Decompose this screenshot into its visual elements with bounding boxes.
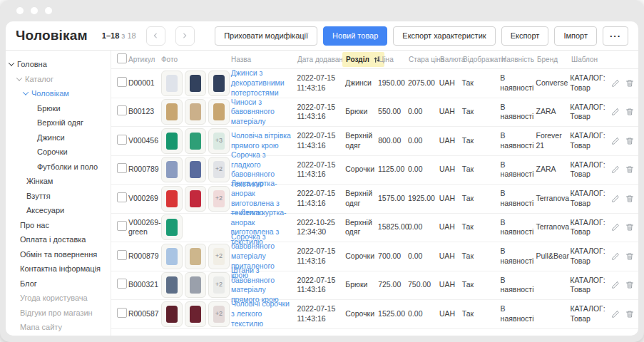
delete-button[interactable]: [625, 137, 634, 145]
hide-modifications-button[interactable]: Приховати модифікації: [215, 26, 317, 46]
product-photo[interactable]: [161, 128, 183, 154]
row-checkbox[interactable]: [117, 279, 127, 289]
sidebar-item-16[interactable]: Угода користувача: [6, 291, 111, 306]
column-header-date[interactable]: Дата додавання: [297, 55, 346, 64]
sidebar-item-12[interactable]: Оплата і доставка: [6, 232, 111, 247]
product-photo[interactable]: [161, 301, 183, 327]
edit-button[interactable]: [611, 281, 620, 289]
product-photo[interactable]: [185, 186, 206, 212]
column-header-avail[interactable]: Наявність: [501, 55, 537, 64]
sidebar-item-0[interactable]: Головна: [6, 57, 111, 72]
column-header-old[interactable]: Стара ціна: [409, 55, 440, 64]
edit-button[interactable]: [611, 79, 620, 88]
delete-button[interactable]: [625, 281, 634, 289]
sidebar-item-6[interactable]: Сорочки: [6, 145, 111, 160]
row-checkbox[interactable]: [117, 308, 127, 318]
edit-button[interactable]: [611, 108, 620, 116]
product-photo[interactable]: [161, 186, 183, 212]
sidebar-item-14[interactable]: Контактна інформація: [6, 261, 111, 276]
column-header-price[interactable]: Ціна: [379, 55, 409, 64]
product-photo[interactable]: [185, 272, 206, 298]
more-photos-badge[interactable]: +2: [208, 186, 230, 212]
sidebar-item-10[interactable]: Аксесуари: [6, 203, 111, 218]
window-dot-icon[interactable]: [31, 7, 38, 14]
window-dot-icon[interactable]: [16, 7, 24, 14]
product-name-link[interactable]: Штани з бавовняного матеріалу прямого кр…: [231, 266, 279, 304]
more-photos-badge[interactable]: +2: [208, 244, 230, 269]
delete-button[interactable]: [625, 79, 634, 88]
more-photos-badge[interactable]: +2: [208, 157, 230, 182]
edit-button[interactable]: [611, 137, 620, 145]
delete-button[interactable]: [625, 195, 634, 203]
product-photo[interactable]: [185, 128, 206, 154]
edit-button[interactable]: [611, 195, 620, 203]
edit-button[interactable]: [611, 223, 620, 232]
sidebar-item-2[interactable]: Чоловікам: [6, 86, 111, 101]
product-photo[interactable]: [161, 71, 183, 96]
row-checkbox[interactable]: [117, 250, 127, 260]
delete-button[interactable]: [625, 165, 634, 174]
product-photo[interactable]: [185, 71, 206, 96]
column-header-name[interactable]: Назва: [231, 55, 297, 64]
import-button[interactable]: Імпорт: [554, 26, 597, 46]
sidebar-item-1[interactable]: Каталог: [6, 72, 111, 87]
more-actions-button[interactable]: ···: [603, 26, 628, 46]
column-header-cur[interactable]: Валюта: [440, 55, 463, 64]
row-checkbox[interactable]: [117, 163, 127, 173]
column-header-section[interactable]: Розділ: [346, 52, 379, 67]
product-name-link[interactable]: Джинси з декоративними потертостями: [231, 68, 285, 96]
row-checkbox[interactable]: [117, 105, 127, 115]
product-photo[interactable]: [208, 71, 230, 96]
column-header-photo[interactable]: Фото: [161, 55, 231, 64]
product-name-link[interactable]: Чиноси з бавовняного матеріалу: [231, 98, 275, 125]
export-button[interactable]: Експорт: [501, 26, 549, 46]
product-photo[interactable]: [185, 301, 206, 327]
product-photo[interactable]: [208, 99, 230, 125]
column-header-disp[interactable]: Відображати: [463, 55, 501, 64]
edit-button[interactable]: [611, 252, 620, 261]
product-photo[interactable]: [161, 272, 183, 298]
sidebar-item-8[interactable]: Жінкам: [6, 174, 111, 189]
window-dot-icon[interactable]: [45, 7, 52, 14]
more-photos-badge[interactable]: +2: [208, 301, 230, 327]
more-photos-badge[interactable]: +3: [208, 128, 230, 154]
product-photo[interactable]: [161, 99, 183, 125]
export-characteristics-button[interactable]: Експорт характеристик: [393, 26, 495, 46]
product-photo[interactable]: [185, 99, 206, 125]
more-photos-badge[interactable]: +2: [208, 272, 230, 298]
delete-button[interactable]: [625, 108, 634, 116]
delete-button[interactable]: [625, 252, 634, 261]
sidebar-item-11[interactable]: Про нас: [6, 218, 111, 233]
select-all-checkbox[interactable]: [117, 53, 127, 63]
column-header-article[interactable]: Артикул: [128, 55, 161, 64]
sidebar-item-15[interactable]: Блог: [6, 276, 111, 291]
row-checkbox[interactable]: [117, 135, 127, 145]
product-name-link[interactable]: Чоловіча вітрівка прямого крою: [231, 131, 291, 150]
product-photo[interactable]: [185, 244, 206, 269]
product-photo[interactable]: [185, 157, 206, 182]
product-name-link[interactable]: Чоловічі сорочки з легкого текстилю: [231, 299, 290, 327]
sidebar-item-13[interactable]: Обмін та повернення: [6, 247, 111, 262]
sidebar-item-9[interactable]: Взуття: [6, 189, 111, 204]
product-photo[interactable]: [161, 157, 183, 182]
prev-page-button[interactable]: [146, 26, 165, 46]
column-header-brand[interactable]: Бренд: [537, 55, 571, 64]
product-photo[interactable]: [161, 214, 183, 240]
delete-button[interactable]: [625, 310, 634, 318]
sidebar-item-18[interactable]: Мапа сайту: [6, 320, 111, 335]
sidebar-item-17[interactable]: Відгуки про магазин: [6, 306, 111, 321]
row-checkbox[interactable]: [117, 192, 127, 202]
next-page-button[interactable]: [175, 26, 195, 46]
row-checkbox[interactable]: [117, 77, 127, 87]
column-header-check[interactable]: [111, 53, 128, 66]
sidebar-item-7[interactable]: Футболки и поло: [6, 160, 111, 175]
sidebar-item-4[interactable]: Верхній одяг: [6, 115, 111, 130]
sidebar-item-5[interactable]: Джинси: [6, 130, 111, 145]
sidebar-item-3[interactable]: Брюки: [6, 101, 111, 116]
edit-button[interactable]: [611, 165, 620, 174]
product-photo[interactable]: [161, 244, 183, 269]
column-header-tpl[interactable]: Шаблон: [571, 55, 613, 64]
new-product-button[interactable]: Новий товар: [323, 26, 387, 46]
row-checkbox[interactable]: [117, 221, 127, 231]
delete-button[interactable]: [625, 223, 634, 232]
